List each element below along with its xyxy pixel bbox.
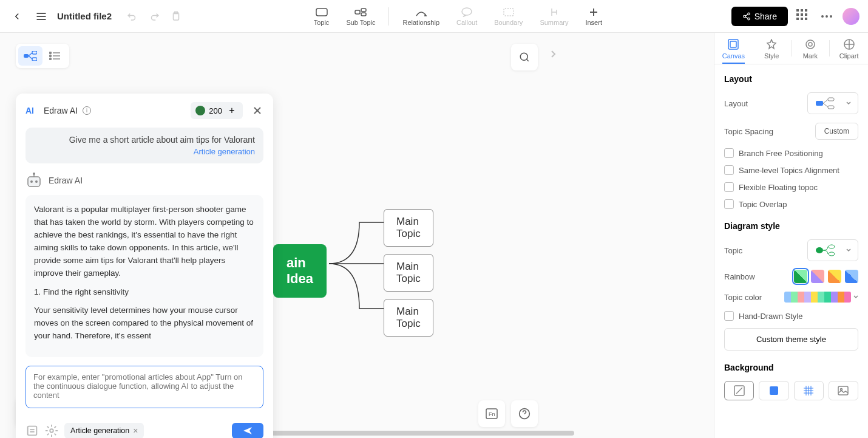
tool-relationship[interactable]: Relationship: [399, 4, 443, 29]
bg-solid[interactable]: [759, 381, 788, 400]
share-icon: [742, 12, 751, 21]
file-title[interactable]: Untitled file2: [57, 11, 112, 21]
child-node-3[interactable]: Main Topic: [384, 299, 433, 337]
svg-rect-16: [801, 9, 803, 12]
info-icon[interactable]: i: [83, 106, 91, 115]
outline-view-button[interactable]: [42, 46, 67, 66]
svg-rect-17: [805, 9, 807, 12]
rainbow-swatch-1[interactable]: [794, 270, 807, 283]
token-counter[interactable]: 200 +: [191, 102, 243, 119]
redo-button[interactable]: [146, 8, 163, 25]
tab-canvas[interactable]: Canvas: [714, 33, 753, 64]
layout-selector[interactable]: [807, 92, 858, 114]
svg-point-12: [747, 18, 750, 20]
function-button[interactable]: Fn: [478, 400, 505, 427]
ai-prompt-input[interactable]: [25, 366, 263, 408]
tool-boundary[interactable]: Boundary: [490, 4, 526, 29]
svg-rect-63: [816, 101, 823, 106]
checkbox-overlap[interactable]: [724, 199, 734, 209]
layout-section-title: Layout: [724, 74, 858, 84]
child-node-1[interactable]: Main Topic: [384, 209, 433, 247]
add-tokens-button[interactable]: +: [226, 104, 238, 117]
svg-point-38: [520, 53, 527, 60]
rainbow-swatch-2[interactable]: [811, 270, 824, 283]
svg-point-11: [743, 15, 745, 18]
svg-point-60: [806, 40, 815, 49]
style-tab-icon: [765, 38, 778, 51]
svg-point-44: [30, 180, 33, 183]
svg-line-64: [823, 100, 828, 103]
rainbow-swatch-4[interactable]: [845, 270, 858, 283]
sub-topic-icon: [353, 7, 368, 18]
svg-text:AI: AI: [25, 106, 34, 115]
tool-insert[interactable]: Insert: [581, 4, 606, 29]
search-icon: [519, 52, 530, 63]
user-avatar[interactable]: [843, 8, 860, 25]
svg-line-14: [745, 16, 748, 18]
attachment-icon[interactable]: [25, 424, 39, 437]
svg-point-34: [50, 55, 52, 57]
menu-button[interactable]: [33, 8, 50, 25]
view-mode-switcher: [16, 44, 69, 68]
svg-point-68: [816, 247, 823, 253]
svg-line-65: [823, 103, 828, 107]
clipart-tab-icon: [843, 38, 856, 51]
svg-rect-73: [770, 386, 778, 395]
collapse-panel-button[interactable]: [550, 50, 556, 58]
svg-rect-43: [28, 177, 40, 186]
bg-image[interactable]: [829, 381, 858, 400]
bg-pattern[interactable]: [794, 381, 824, 400]
tab-mark[interactable]: Mark: [792, 33, 830, 64]
custom-theme-button[interactable]: Custom theme style: [724, 328, 858, 351]
topic-color-selector[interactable]: [784, 292, 851, 303]
undo-button[interactable]: [124, 8, 141, 25]
clipboard-button[interactable]: [168, 8, 185, 25]
svg-point-45: [35, 180, 38, 183]
tool-topic[interactable]: Topic: [310, 4, 333, 29]
svg-point-81: [841, 389, 843, 391]
user-message: Give me a short article about aim tips f…: [25, 128, 263, 163]
svg-rect-27: [24, 54, 29, 58]
checkbox-branch-free[interactable]: [724, 148, 734, 158]
summary-icon: [547, 7, 561, 18]
tab-clipart[interactable]: Clipart: [830, 33, 868, 64]
close-ai-panel-button[interactable]: [251, 104, 263, 117]
center-node[interactable]: ain Idea: [273, 244, 327, 298]
rainbow-swatch-3[interactable]: [828, 270, 841, 283]
generation-chip: Article generation ×: [64, 423, 144, 438]
custom-spacing-button[interactable]: Custom: [815, 123, 858, 140]
search-button[interactable]: [511, 44, 538, 70]
tab-style[interactable]: Style: [753, 33, 791, 64]
tool-sub-topic[interactable]: Sub Topic: [342, 4, 379, 29]
send-button[interactable]: [232, 423, 263, 438]
more-button[interactable]: [819, 9, 834, 24]
help-button[interactable]: [511, 400, 538, 427]
canvas-area[interactable]: ain Idea Main Topic Main Topic Main Topi…: [0, 33, 714, 438]
topic-style-selector[interactable]: [807, 239, 858, 261]
svg-point-61: [809, 43, 812, 46]
topic-icon: [314, 7, 329, 18]
svg-rect-30: [32, 51, 37, 54]
canvas-tab-icon: [727, 38, 740, 51]
apps-button[interactable]: [796, 9, 811, 24]
checkbox-hand-drawn[interactable]: [724, 311, 734, 321]
svg-rect-59: [730, 41, 736, 47]
diagram-section-title: Diagram style: [724, 221, 858, 231]
share-button[interactable]: Share: [731, 7, 788, 26]
svg-rect-31: [32, 58, 37, 61]
checkbox-flexible[interactable]: [724, 182, 734, 192]
svg-line-72: [736, 388, 742, 394]
back-button[interactable]: [8, 8, 25, 25]
child-node-2[interactable]: Main Topic: [384, 254, 433, 292]
svg-rect-6: [361, 9, 366, 12]
tool-callout[interactable]: Callout: [453, 4, 481, 29]
mindmap-view-button[interactable]: [18, 46, 42, 66]
background-section-title: Background: [724, 363, 858, 372]
bg-none[interactable]: [724, 381, 754, 400]
settings-icon[interactable]: [45, 424, 58, 437]
svg-line-28: [29, 53, 32, 56]
chip-close-button[interactable]: ×: [133, 426, 138, 436]
checkbox-same-level[interactable]: [724, 165, 734, 175]
tool-summary[interactable]: Summary: [536, 4, 572, 29]
svg-rect-20: [805, 13, 807, 16]
